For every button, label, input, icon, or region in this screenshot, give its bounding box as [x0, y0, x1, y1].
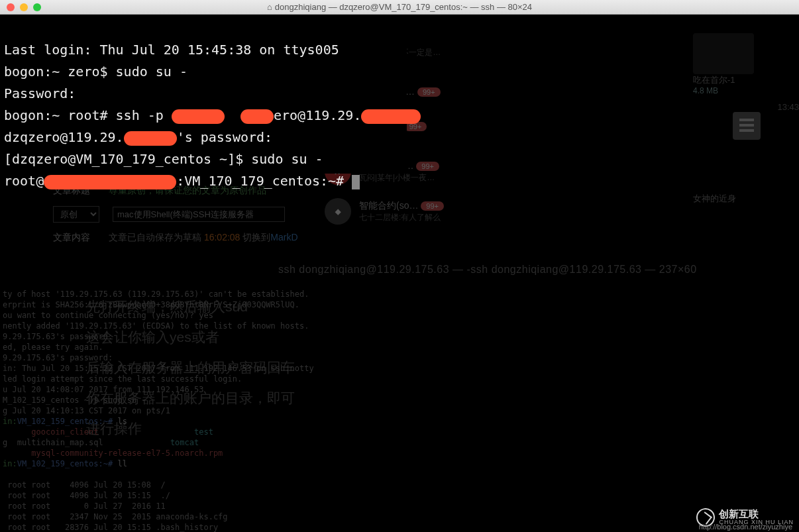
- list-item[interactable]: ◆ 智能合约(so… 99+七十二层楼:有人了解么: [325, 198, 543, 225]
- redacted: [44, 175, 176, 189]
- avatar: ◆: [325, 198, 351, 225]
- right-panel-bg: 吃在首尔-1 4.8 MB 13:43 女神的近身: [693, 33, 799, 265]
- cursor: [352, 175, 360, 189]
- post-type-select[interactable]: 原创: [53, 206, 99, 223]
- hamburger-icon[interactable]: [733, 112, 761, 140]
- redacted: .: [353, 107, 361, 123]
- post-title-input[interactable]: [113, 207, 285, 222]
- ssh-session-line: ssh dongzhiqiang@119.29.175.63 — -ssh do…: [278, 264, 697, 276]
- terminal-line: [dzqzero@VM_170_179_centos ~]$ sudo su -: [4, 151, 323, 167]
- bg-terminal: ty of host '119.29.175.63 (119.29.175.63…: [0, 278, 451, 532]
- content-label: 文章内容: [53, 232, 95, 244]
- redacted: [172, 109, 225, 124]
- home-icon: ⌂: [267, 2, 272, 12]
- terminal-line: bogon:~ zero$ sudo su -: [4, 64, 187, 80]
- redacted: [240, 109, 274, 124]
- terminal-line: root@:VM_170_179_centos:~#: [4, 173, 360, 189]
- thumbnail[interactable]: [693, 33, 754, 74]
- window-titlebar: ⌂dongzhiqiang — dzqzero@VM_170_179_cento…: [0, 0, 799, 15]
- terminal-line: dzqzero@119.29.'s password:: [4, 129, 272, 145]
- url-watermark: http://blog.csdn.net/ziyuzhiye: [699, 523, 792, 531]
- terminal-line: Last login: Thu Jul 20 15:45:38 on ttys0…: [4, 42, 339, 58]
- terminal-line: Password:: [4, 85, 76, 101]
- main-terminal[interactable]: Last login: Thu Jul 20 15:45:38 on ttys0…: [0, 15, 407, 174]
- autosave-text: 文章已自动保存为草稿 16:02:08 切换到MarkD: [109, 232, 298, 244]
- terminal-line: bogon:~ root# ssh -p ero@119.29.: [4, 107, 421, 123]
- redacted: [361, 109, 421, 124]
- window-title: ⌂dongzhiqiang — dzqzero@VM_170_179_cento…: [0, 2, 799, 12]
- redacted: [124, 131, 177, 146]
